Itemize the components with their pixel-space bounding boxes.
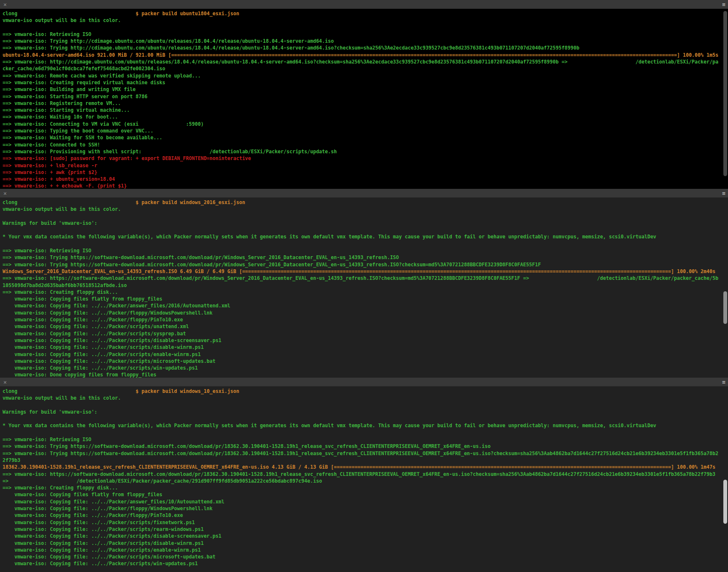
terminal-line: vmware-iso: Copying file: ../../Packer/s…	[3, 553, 728, 560]
terminal-text-segment: vmware-iso: Copying file: ../../Packer/a…	[3, 499, 225, 505]
terminal-text-segment: * Your vmx data contains the following v…	[3, 234, 656, 240]
terminal-text-segment: vmware-iso: Copying file: ../../Packer/f…	[3, 317, 183, 323]
terminal-line: ==> vmware-iso: Connecting to VM via VNC…	[3, 121, 728, 127]
terminal-line	[3, 24, 728, 31]
terminal-text-segment: ==> vmware-iso: Remote cache was verifie…	[3, 73, 201, 79]
terminal-line: Warnings for build 'vmware-iso':	[3, 220, 728, 227]
terminal-text-segment: vmware-iso: Copying file: ../../Packer/s…	[3, 526, 204, 532]
terminal-line: vmware-iso: Copying file: ../../Packer/s…	[3, 547, 728, 553]
terminal-line	[3, 402, 728, 409]
terminal-line: cker_cache/e6d790e1cf0dcbca7fefef75468ac…	[3, 65, 728, 72]
terminal-text-segment: ==> vmware-iso: http://cdimage.ubuntu.co…	[3, 59, 567, 65]
terminal-line: vmware-iso: Copying file: ../../Packer/s…	[3, 323, 728, 330]
menu-icon[interactable]: ≡	[722, 378, 725, 387]
terminal-text-segment: $ packer build windows_2016_esxi.json	[136, 199, 245, 205]
terminal-line: ==> vmware-iso: Trying https://software-…	[3, 443, 728, 450]
terminal-line: ubuntu-18.04.4-server-amd64.iso 921.00 M…	[3, 52, 728, 58]
terminal-line: vmware-iso output will be in this color.	[3, 395, 728, 401]
terminal-text-segment: ==> vmware-iso: Starting virtual machine…	[3, 107, 130, 113]
terminal-line	[3, 429, 728, 436]
terminal-line: vmware-iso: Copying file: ../../Packer/s…	[3, 560, 728, 567]
terminal-text-segment: /detectionlab/ESXi/Packer/packer_cache/2…	[77, 478, 322, 484]
terminal-text-segment: ==> vmware-iso: https://software-downloa…	[3, 471, 715, 477]
scrollbar-thumb[interactable]	[723, 480, 727, 524]
terminal-text-segment: vmware-iso: Copying file: ../../Packer/s…	[3, 547, 201, 553]
terminal-text-segment: ==> vmware-iso: Provisioning with shell …	[3, 149, 142, 155]
terminal-line: 1055098d7ba8d2d635babf6bb76518512afbde.i…	[3, 282, 728, 289]
terminal-line: vmware-iso: Done copying files from flop…	[3, 371, 728, 378]
terminal-line	[3, 240, 728, 247]
terminal-line: ==> vmware-iso: Registering remote VM...	[3, 100, 728, 107]
terminal-text-segment: $ packer build ubuntu1804_esxi.json	[136, 11, 239, 17]
terminal-line: ==> vmware-iso: Connected to SSH!	[3, 141, 728, 148]
terminal-text-segment	[8, 478, 77, 484]
terminal-text-segment: vmware-iso output will be in this color.	[3, 17, 121, 23]
terminal-text-segment: /detectionlab/ESXi/Packer/pa	[636, 59, 718, 65]
terminal-text-segment: vmware-iso: Copying file: ../../Packer/s…	[3, 351, 201, 357]
terminal-text-segment: 2f79b3	[3, 457, 20, 463]
terminal-pane-windows2016: ✕ ≡ clong $ packer build windows_2016_es…	[0, 189, 728, 378]
terminal-text-segment: ==> vmware-iso: Trying https://software-…	[3, 450, 718, 456]
terminal-text-segment: vmware-iso: Copying file: ../../Packer/s…	[3, 561, 198, 566]
close-icon[interactable]: ✕	[3, 189, 7, 198]
terminal-line: ==> vmware-iso: Retrieving ISO	[3, 436, 728, 443]
terminal-text-segment: vmware-iso: Copying file: ../../Packer/s…	[3, 331, 186, 337]
scrollbar[interactable]	[722, 198, 728, 378]
terminal-text-segment: vmware-iso: Copying file: ../../Packer/s…	[3, 554, 216, 560]
close-icon[interactable]: ✕	[3, 378, 7, 387]
terminal-line: vmware-iso output will be in this color.	[3, 206, 728, 213]
terminal-line: vmware-iso: Copying file: ../../Packer/s…	[3, 337, 728, 344]
terminal-line: * Your vmx data contains the following v…	[3, 233, 728, 240]
terminal-text-segment: /detectionlab/ESXi/Packer/scripts/update…	[210, 149, 337, 155]
terminal-text-segment: vmware-iso: Copying file: ../../Packer/s…	[3, 540, 204, 546]
terminal-line: => /detectionlab/ESXi/Packer/packer_cach…	[3, 478, 728, 484]
terminal-text-segment: ==> vmware-iso: + awk {print $2}	[3, 169, 97, 175]
terminal-text-segment: Warnings for build 'vmware-iso':	[3, 220, 97, 226]
terminal-text-segment	[17, 388, 136, 394]
scrollbar[interactable]	[722, 9, 728, 189]
terminal-text-segment: ==> vmware-iso: Retrieving ISO	[3, 248, 91, 254]
terminal-text-segment: ==> vmware-iso: Trying http://cdimage.ub…	[3, 45, 579, 51]
terminal-text-segment: ubuntu-18.04.4-server-amd64.iso 921.00 M…	[3, 52, 171, 58]
menu-icon[interactable]: ≡	[722, 189, 725, 198]
terminal-text-segment	[17, 11, 136, 17]
terminal-text-segment: ] 100.00% 2m40s	[671, 268, 716, 274]
terminal-line: ==> vmware-iso: Trying https://software-…	[3, 254, 728, 261]
terminal-line: vmware-iso: Copying file: ../../Packer/s…	[3, 526, 728, 533]
terminal-text-segment: vmware-iso: Copying files flatly from fl…	[3, 492, 162, 497]
terminal-line: vmware-iso: Copying file: ../../Packer/s…	[3, 533, 728, 539]
close-icon[interactable]: ✕	[3, 0, 7, 9]
menu-icon[interactable]: ≡	[722, 0, 725, 9]
terminal-line: vmware-iso: Copying files flatly from fl…	[3, 491, 728, 498]
terminal-line: ==> vmware-iso: Building and writing VMX…	[3, 86, 728, 93]
terminal-line: Warnings for build 'vmware-iso':	[3, 409, 728, 415]
terminal-line: ==> vmware-iso: Creating required virtua…	[3, 79, 728, 86]
terminal-text-segment: vmware-iso output will be in this color.	[3, 206, 121, 212]
scrollbar-thumb[interactable]	[723, 11, 727, 176]
terminal-line: ==> vmware-iso: https://software-downloa…	[3, 471, 728, 478]
terminal-text-segment	[567, 59, 636, 65]
titlebar: ✕ ≡	[0, 189, 728, 198]
terminal-line: ==> vmware-iso: [sudo] password for vagr…	[3, 155, 728, 162]
terminal-text-segment	[142, 149, 210, 155]
terminal-line	[3, 415, 728, 422]
scrollbar[interactable]	[722, 387, 728, 572]
terminal-text-segment: ==> vmware-iso: Building and writing VMX…	[3, 86, 136, 92]
terminal-line: ==> vmware-iso: Creating floppy disk...	[3, 289, 728, 296]
terminal-line: ==> vmware-iso: http://cdimage.ubuntu.co…	[3, 58, 728, 65]
terminal-line: ==> vmware-iso: Starting HTTP server on …	[3, 93, 728, 100]
terminal-line: ==> vmware-iso: + awk {print $2}	[3, 169, 728, 176]
terminal-text-segment: vmware-iso: Done copying files from flop…	[3, 372, 156, 378]
terminal-text-segment: ==> vmware-iso: Trying https://software-…	[3, 254, 399, 260]
scrollbar-thumb[interactable]	[723, 291, 727, 323]
terminal-text-segment: vmware-iso: Copying file: ../../Packer/s…	[3, 365, 198, 371]
terminal-line: ==> vmware-iso: Retrieving ISO	[3, 247, 728, 254]
terminal-line: vmware-iso: Copying file: ../../Packer/f…	[3, 512, 728, 519]
terminal-text-segment: ========================================…	[334, 464, 671, 470]
terminal-text-segment: vmware-iso: Copying file: ../../Packer/s…	[3, 323, 189, 329]
terminal-text-segment	[17, 199, 136, 205]
terminal-line: ==> vmware-iso: Waiting for SSH to becom…	[3, 134, 728, 141]
terminal-line: ==> vmware-iso: Retrieving ISO	[3, 31, 728, 38]
terminal-text-segment: ==> vmware-iso: + + echoawk -F. {print $…	[3, 183, 127, 189]
terminal-line	[3, 213, 728, 220]
